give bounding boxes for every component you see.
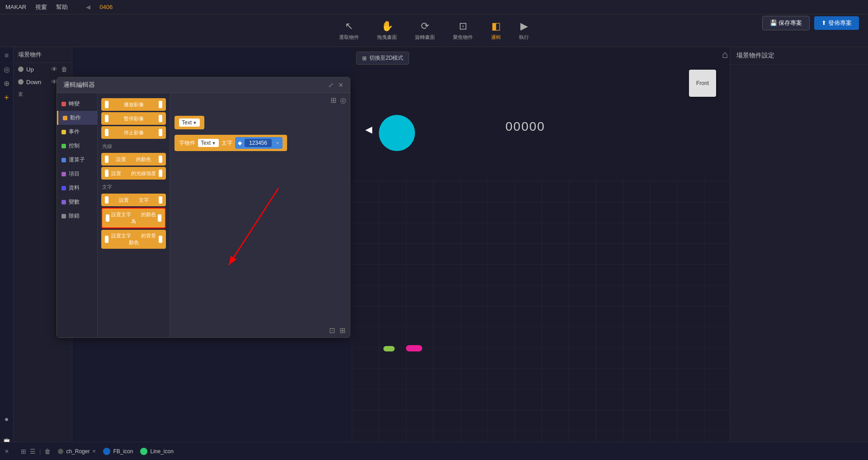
- toolbar-select[interactable]: ↖ 選取物件: [339, 20, 359, 41]
- cat-control[interactable]: 控制: [57, 139, 97, 153]
- cat-action-dot: [63, 116, 67, 120]
- toolbar-focus[interactable]: ⊡ 聚焦物件: [453, 20, 473, 41]
- canvas-bottom-icons: ⊡ ⊞: [329, 326, 345, 335]
- number-display: 00000: [505, 119, 545, 134]
- mode-label: 切換至2D模式: [369, 54, 403, 62]
- toolbar-drag-label: 拖曳畫面: [377, 34, 397, 41]
- char-dropdown[interactable]: Text ▼: [198, 139, 219, 147]
- canvas-row-2: 字物件 Text ▼ 文字 ◆ ▼: [175, 135, 287, 151]
- cat-data[interactable]: 資料: [57, 181, 97, 195]
- project-back[interactable]: ◀: [86, 4, 90, 10]
- block-set-text-label: 設置 文字: [110, 197, 157, 204]
- logic-categories: 轉變 動作 事件 控制 運算子 項目: [57, 93, 98, 337]
- block-pause-notch-l: [105, 115, 108, 122]
- bottom-x-icon[interactable]: ✕: [5, 448, 9, 455]
- menu-help[interactable]: 幫助: [56, 3, 68, 11]
- delete-icon[interactable]: 🗑: [44, 448, 51, 455]
- tab-fb-icon[interactable]: FB_icon: [103, 448, 133, 455]
- text-dropdown-1[interactable]: Text ▼: [179, 119, 200, 127]
- cat-operator[interactable]: 運算子: [57, 153, 97, 167]
- block-pause-anim[interactable]: 暫停影像: [101, 112, 166, 125]
- block-color-notch-l: [105, 156, 108, 163]
- save-button[interactable]: 💾 保存專案: [762, 16, 810, 30]
- green-object: [383, 346, 395, 351]
- toolbar-rotate[interactable]: ⟳ 旋轉畫面: [415, 20, 435, 41]
- section-text: 文字: [99, 181, 168, 192]
- list-view-icon[interactable]: ☰: [30, 448, 36, 455]
- sidebar-icon-3[interactable]: ⊕: [4, 79, 9, 88]
- obj-down-label: Down: [26, 79, 41, 85]
- toolbar-run[interactable]: ▶ 執行: [519, 20, 529, 41]
- block-set-text[interactable]: 設置 文字: [101, 194, 166, 206]
- publish-button[interactable]: ⬆ 發佈專案: [814, 16, 859, 30]
- cat-item[interactable]: 項目: [57, 167, 97, 181]
- value-block[interactable]: ◆ ▼: [235, 137, 283, 149]
- sidebar-icon-plus[interactable]: +: [4, 93, 9, 103]
- cat-debug-label: 除錯: [69, 212, 80, 220]
- tab-ch-roger[interactable]: ch_Roger ✕: [58, 448, 96, 455]
- block-play-anim[interactable]: 播放影像: [101, 98, 166, 111]
- close-icon[interactable]: ✕: [338, 81, 344, 89]
- tab-label-roger: ch_Roger: [66, 448, 90, 455]
- cat-event[interactable]: 事件: [57, 125, 97, 139]
- home-icon-top[interactable]: ⌂: [722, 49, 728, 61]
- expand-icon[interactable]: ⤢: [328, 81, 334, 89]
- block-set-text-bg[interactable]: 設置文字 的背景顏色: [101, 230, 166, 249]
- toolbar-logic-label: 邏輯: [491, 34, 501, 41]
- cat-action[interactable]: 動作: [57, 111, 97, 125]
- canvas-copy-icon[interactable]: ⊡: [329, 326, 335, 335]
- toolbar-focus-label: 聚焦物件: [453, 34, 473, 41]
- tab-label-line: Line_icon: [150, 448, 173, 455]
- bottom-bar: ✕ ⊞ ☰ | 🗑 ch_Roger ✕ FB_icon Line_icon: [0, 442, 868, 460]
- sidebar-icon-1[interactable]: ≡: [5, 52, 9, 60]
- cat-transform-dot: [61, 102, 66, 106]
- left-sidebar: ≡ ◎ ⊕ + ● 📋 ⌂: [0, 47, 14, 460]
- cat-item-dot: [61, 172, 66, 176]
- project-id: 0406: [99, 4, 113, 10]
- canvas-block-text-trigger[interactable]: Text ▼: [175, 116, 204, 129]
- toolbar-drag[interactable]: ✋ 拖曳畫面: [377, 20, 397, 41]
- block-set-light[interactable]: 設置 的光線強度: [101, 167, 166, 180]
- cat-data-label: 資料: [69, 184, 80, 192]
- nav-arrow: ◀: [365, 124, 372, 135]
- tab-line-icon[interactable]: Line_icon: [140, 448, 173, 455]
- canvas-grid-icon[interactable]: ⊞: [330, 96, 336, 104]
- menu-makar[interactable]: MAKAR: [5, 4, 26, 10]
- block-set-color[interactable]: 設置 的顏色: [101, 153, 166, 166]
- cat-variable[interactable]: 變數: [57, 195, 97, 209]
- canvas-row-1: Text ▼: [175, 116, 287, 129]
- block-stop-anim[interactable]: 停止影像: [101, 126, 166, 139]
- scene-obj-up[interactable]: Up 👁 🗑: [14, 63, 72, 76]
- block-text-color-notch-l: [106, 214, 109, 222]
- tab-close-roger[interactable]: ✕: [92, 449, 96, 454]
- logic-canvas: ⊞ ◎ Text ▼ 字物件: [170, 93, 350, 337]
- text-label-1: Text: [182, 119, 192, 126]
- toolbar-logic[interactable]: ◧ 邏輯: [491, 20, 501, 41]
- block-light-label: 設置 的光線強度: [110, 170, 157, 177]
- obj-up-delete[interactable]: 🗑: [61, 66, 67, 73]
- grid-view-icon[interactable]: ⊞: [21, 448, 26, 455]
- block-stop-notch-l: [105, 129, 108, 136]
- menu-window[interactable]: 視窗: [35, 3, 47, 11]
- obj-up-visibility[interactable]: 👁: [51, 66, 57, 73]
- sidebar-icon-dot[interactable]: ●: [5, 415, 9, 423]
- value-input[interactable]: [245, 139, 272, 147]
- logic-editor-title-text: 邏輯編輯器: [63, 81, 95, 89]
- block-text-bg-label: 設置文字 的背景顏色: [110, 232, 157, 246]
- cat-operator-label: 運算子: [69, 156, 85, 164]
- top-toolbar: ↖ 選取物件 ✋ 拖曳畫面 ⟳ 旋轉畫面 ⊡ 聚焦物件 ◧ 邏輯 ▶ 執行: [0, 14, 868, 47]
- cat-debug[interactable]: 除錯: [57, 209, 97, 223]
- canvas-paste-icon[interactable]: ⊞: [340, 326, 345, 335]
- logic-blocks-panel: 播放影像 暫停影像 停止影像 光線 設置 的顏色 設置: [98, 93, 170, 337]
- block-stop-label: 停止影像: [110, 129, 157, 136]
- canvas-block-char[interactable]: 字物件 Text ▼ 文字 ◆ ▼: [175, 135, 287, 151]
- right-panel: 場景物件設定: [730, 47, 868, 442]
- top-right-buttons: 💾 保存專案 ⬆ 發佈專案: [762, 16, 859, 30]
- mode-switch-button[interactable]: ⊞ 切換至2D模式: [356, 52, 409, 65]
- canvas-snap-icon[interactable]: ◎: [340, 96, 346, 104]
- block-color-notch-r: [159, 156, 162, 163]
- block-set-text-notch-l: [105, 196, 108, 204]
- cat-transform[interactable]: 轉變: [57, 97, 97, 111]
- sidebar-icon-2[interactable]: ◎: [4, 65, 10, 74]
- block-set-text-color[interactable]: 設置文字 的顏色為: [101, 208, 166, 228]
